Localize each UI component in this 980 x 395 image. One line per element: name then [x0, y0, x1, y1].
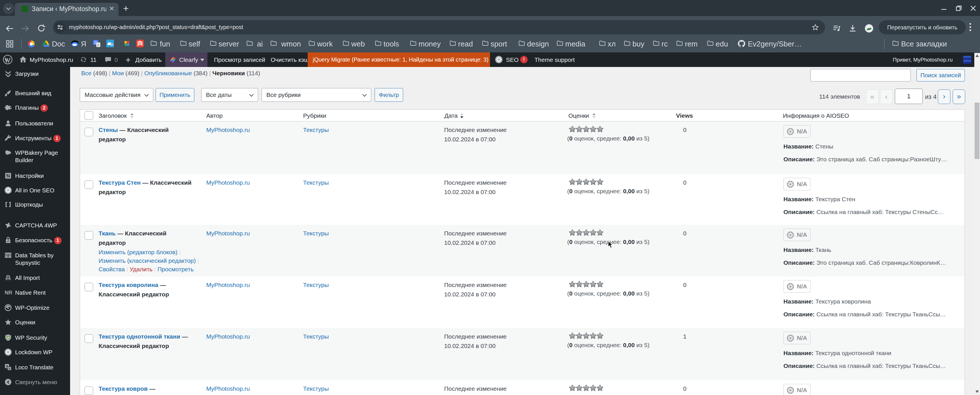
svg-text:文: 文	[97, 43, 100, 47]
svg-text:NR: NR	[5, 290, 12, 296]
svg-text:文: 文	[8, 367, 11, 370]
